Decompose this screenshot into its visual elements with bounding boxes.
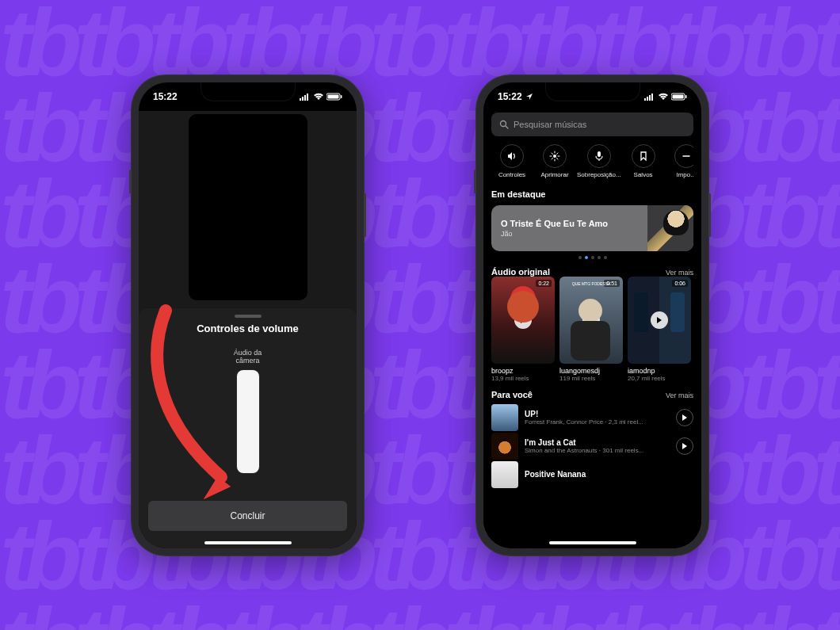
notch	[200, 82, 296, 101]
thumb-name: broopz	[491, 367, 555, 375]
dot	[578, 256, 582, 259]
camera-audio-slider-group: Áudio da câmera o	[234, 349, 262, 474]
track-sub: Forrest Frank, Connor Price · 2,3 mi ree…	[525, 418, 670, 426]
duration-badge: 0:06	[672, 280, 688, 287]
track-sub: Simon and the Astronauts · 301 mil reels…	[525, 447, 670, 454]
thumb-caption: QUE MTG FODESSA	[559, 281, 623, 286]
see-more-link[interactable]: Ver mais	[666, 269, 693, 277]
featured-artist: Jão	[501, 230, 608, 238]
tool-import[interactable]: Impo...	[666, 144, 693, 178]
sparkle-icon	[549, 151, 560, 162]
svg-rect-1	[302, 97, 304, 101]
track-row[interactable]: UP! Forrest Frank, Connor Price · 2,3 mi…	[491, 404, 693, 431]
dot	[604, 256, 607, 259]
tool-controls[interactable]: Controles	[491, 144, 533, 178]
track-row[interactable]: I'm Just a Cat Simon and the Astronauts …	[491, 433, 693, 460]
svg-rect-12	[673, 94, 684, 98]
signal-icon	[300, 93, 311, 101]
notch	[545, 82, 640, 101]
play-icon	[682, 443, 688, 449]
dot	[591, 256, 594, 259]
tool-saved[interactable]: Salvos	[623, 144, 664, 178]
dot	[598, 256, 601, 259]
sheet-grabber[interactable]	[235, 315, 262, 318]
wifi-icon	[658, 93, 669, 101]
featured-card[interactable]: O Triste É Que Eu Te Amo Jão	[491, 205, 693, 251]
original-audio-row: 0:22 broopz 13,9 mil reels 0:51 QUE MTG …	[491, 277, 693, 382]
svg-rect-8	[647, 97, 648, 101]
play-icon	[651, 311, 668, 329]
svg-rect-10	[651, 94, 653, 101]
see-more-link[interactable]: Ver mais	[666, 391, 693, 399]
phone-mockups-container: 15:22 ‹ Controles de volume Áudio da	[0, 0, 840, 630]
original-audio-thumb[interactable]: 0:51 QUE MTG FODESSA	[559, 277, 623, 364]
thumb-name: luangomesdj	[559, 367, 623, 375]
status-right-icons	[300, 93, 342, 101]
for-you-header: Para você	[491, 390, 533, 399]
duration-badge: 0:22	[536, 280, 552, 287]
status-right-icons	[644, 93, 687, 101]
thumb-sub: 119 mil reels	[559, 375, 623, 382]
minus-icon	[681, 151, 692, 162]
video-preview	[189, 114, 307, 300]
home-indicator[interactable]	[204, 541, 292, 544]
thumb-sub: 20,7 mil reels	[628, 375, 691, 382]
svg-rect-17	[598, 151, 601, 157]
svg-rect-5	[328, 94, 339, 98]
track-title: I'm Just a Cat	[525, 438, 670, 447]
original-audio-header-row: Áudio original Ver mais	[491, 267, 693, 277]
signal-icon	[644, 93, 655, 101]
status-time: 15:22	[498, 91, 522, 102]
svg-rect-0	[300, 98, 301, 101]
track-art	[491, 461, 518, 488]
featured-image	[647, 205, 693, 251]
svg-point-16	[553, 155, 556, 158]
original-audio-thumb[interactable]: 0:06	[628, 277, 691, 364]
phone-right: 15:22 Pesquisar músicas Contr	[475, 74, 709, 556]
for-you-tracklist: UP! Forrest Frank, Connor Price · 2,3 mi…	[491, 404, 693, 488]
dot-active	[585, 256, 588, 259]
original-audio-header: Áudio original	[491, 267, 550, 277]
search-icon	[499, 120, 509, 129]
track-row[interactable]: Positive Nanana	[491, 461, 693, 488]
music-search-screen: Pesquisar músicas Controles Aprimorar So…	[483, 111, 701, 548]
featured-header: Em destaque	[491, 189, 693, 199]
wifi-icon	[313, 93, 324, 101]
svg-rect-6	[341, 95, 342, 98]
volume-sheet: Controles de volume Áudio da câmera o Co…	[139, 308, 357, 548]
search-placeholder: Pesquisar músicas	[514, 120, 586, 129]
track-art	[491, 433, 518, 460]
search-input[interactable]: Pesquisar músicas	[491, 113, 693, 136]
carousel-dots[interactable]	[491, 256, 693, 259]
play-icon	[682, 414, 688, 421]
play-icon	[514, 311, 532, 329]
svg-rect-9	[649, 95, 651, 101]
track-title: UP!	[525, 410, 670, 418]
slider-label: Áudio da câmera	[234, 349, 262, 366]
home-indicator[interactable]	[549, 541, 636, 544]
phone-left-screen: 15:22 ‹ Controles de volume Áudio da	[139, 82, 357, 548]
status-time: 15:22	[153, 91, 178, 102]
audio-toolbar: Controles Aprimorar Sobreposição... Salv…	[491, 144, 693, 178]
bookmark-icon	[638, 151, 649, 162]
volume-controls-screen: ‹ Controles de volume Áudio da câmera o …	[139, 111, 357, 548]
svg-line-15	[506, 126, 508, 128]
location-icon	[525, 93, 533, 101]
track-play-button[interactable]	[676, 409, 693, 426]
camera-audio-slider[interactable]	[237, 370, 259, 473]
sheet-title: Controles de volume	[197, 323, 299, 334]
svg-point-14	[501, 120, 506, 126]
track-play-button[interactable]	[676, 437, 693, 455]
original-audio-thumb[interactable]: 0:22	[491, 277, 555, 364]
tool-enhance[interactable]: Aprimorar	[534, 144, 575, 178]
tool-voiceover[interactable]: Sobreposição...	[577, 144, 621, 178]
play-icon	[582, 311, 600, 329]
track-art	[491, 404, 518, 431]
for-you-header-row: Para você Ver mais	[491, 390, 693, 399]
featured-title: O Triste É Que Eu Te Amo	[501, 219, 608, 228]
phone-right-screen: 15:22 Pesquisar músicas Contr	[483, 82, 701, 548]
phone-left: 15:22 ‹ Controles de volume Áudio da	[131, 74, 365, 556]
done-button[interactable]: Concluir	[148, 501, 347, 531]
svg-rect-13	[685, 95, 687, 98]
thumb-sub: 13,9 mil reels	[491, 375, 555, 382]
